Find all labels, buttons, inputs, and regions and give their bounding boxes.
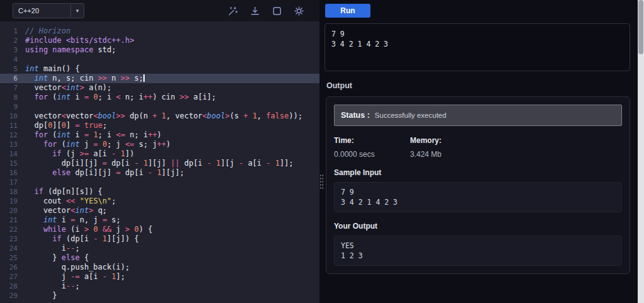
line-number: 14 — [0, 149, 25, 159]
line-number: 20 — [0, 206, 25, 215]
code-line[interactable]: 3using namespace std; — [0, 45, 319, 55]
line-number: 27 — [0, 272, 25, 282]
editor-pane: C++20 ▾ — [0, 0, 319, 303]
line-number: 12 — [0, 130, 25, 140]
settings-gear-icon[interactable] — [293, 5, 304, 16]
code-line[interactable]: 29 } — [0, 291, 319, 300]
run-button[interactable]: Run — [325, 4, 370, 18]
wand-icon[interactable] — [227, 5, 238, 16]
time-label: Time: — [334, 136, 410, 145]
code-line[interactable]: 1// Horizon — [0, 26, 319, 36]
result-card: Status : Successfully executed Time: 0.0… — [326, 96, 630, 274]
code-line[interactable]: 22 while (i > 0 && j > 0) { — [0, 225, 319, 234]
line-number: 6 — [0, 74, 25, 83]
code-line[interactable]: 20 vector<int> q; — [0, 206, 319, 215]
output-section-title: Output — [326, 81, 630, 90]
metrics-row: Time: 0.0000 secs Memory: 3.424 Mb — [334, 136, 622, 159]
code-line[interactable]: 5int main() { — [0, 64, 319, 74]
line-number: 1 — [0, 26, 25, 36]
your-output-box: YES 1 2 3 — [334, 236, 622, 266]
code-line[interactable]: 16 else dp[i][j] = dp[i - 1][j]; — [0, 168, 319, 178]
time-value: 0.0000 secs — [334, 150, 410, 159]
editor-toolbar: C++20 ▾ — [0, 0, 319, 21]
code-line[interactable]: 23 if (dp[i - 1][j]) { — [0, 234, 319, 244]
code-line[interactable]: 9 — [0, 102, 319, 111]
line-number: 22 — [0, 225, 25, 234]
sample-input-box: 7 9 3 4 2 1 4 2 3 — [334, 182, 622, 212]
line-number: 4 — [0, 55, 25, 64]
code-line[interactable]: 24 i--; — [0, 244, 319, 253]
your-output-label: Your Output — [334, 222, 622, 231]
language-selected-value: C++20 — [13, 7, 70, 14]
line-number: 15 — [0, 159, 25, 168]
code-line[interactable]: 17 — [0, 178, 319, 187]
language-dropdown[interactable]: C++20 ▾ — [13, 3, 84, 18]
code-line[interactable]: 18 if (dp[n][s]) { — [0, 187, 319, 197]
line-number: 26 — [0, 263, 25, 272]
status-label: Status : — [341, 111, 370, 120]
run-row: Run — [325, 0, 630, 23]
code-line[interactable]: 13 for (int j = 0; j <= s; j++) — [0, 140, 319, 149]
memory-metric: Memory: 3.424 Mb — [410, 136, 486, 159]
line-number: 5 — [0, 64, 25, 74]
time-metric: Time: 0.0000 secs — [334, 136, 410, 159]
drag-grip-icon — [319, 174, 324, 190]
code-line[interactable]: 25 } else { — [0, 253, 319, 263]
line-number: 28 — [0, 282, 25, 291]
code-line[interactable]: 6 int n, s; cin >> n >> s; — [0, 74, 319, 83]
line-number: 3 — [0, 45, 25, 55]
line-number: 18 — [0, 187, 25, 197]
code-line[interactable]: 21 int i = n, j = s; — [0, 215, 319, 225]
line-number: 10 — [0, 111, 25, 121]
status-value: Successfully executed — [375, 111, 447, 119]
code-line[interactable]: 4 — [0, 55, 319, 64]
code-line[interactable]: 10 vector<vector<bool>> dp(n + 1, vector… — [0, 111, 319, 121]
code-line[interactable]: 28 i--; — [0, 282, 319, 291]
line-number: 23 — [0, 234, 25, 244]
line-number: 24 — [0, 244, 25, 253]
line-number: 11 — [0, 121, 25, 130]
download-icon[interactable] — [249, 5, 260, 16]
line-number: 21 — [0, 215, 25, 225]
pane-resize-handle[interactable] — [319, 0, 323, 303]
line-number: 8 — [0, 93, 25, 102]
run-output-pane: Run Output Status : Successfully execute… — [323, 0, 644, 303]
toolbar-icon-group — [227, 5, 304, 16]
line-number: 2 — [0, 36, 25, 45]
line-number: 16 — [0, 168, 25, 178]
code-line[interactable]: 19 cout << "YES\n"; — [0, 197, 319, 206]
line-number: 29 — [0, 291, 25, 300]
text-cursor — [143, 74, 145, 82]
chevron-down-icon[interactable]: ▾ — [70, 4, 84, 17]
theme-icon[interactable] — [271, 5, 282, 16]
line-number: 7 — [0, 83, 25, 93]
line-number: 13 — [0, 140, 25, 149]
line-number: 9 — [0, 102, 25, 111]
scrollbar-thumb[interactable] — [638, 0, 643, 54]
code-line[interactable]: 2#include <bits/stdc++.h> — [0, 36, 319, 45]
page-scrollbar[interactable] — [638, 0, 644, 303]
memory-label: Memory: — [410, 136, 486, 145]
code-line[interactable]: 8 for (int i = 0; i < n; i++) cin >> a[i… — [0, 93, 319, 102]
code-line[interactable]: 27 j -= a[i - 1]; — [0, 272, 319, 282]
status-bar: Status : Successfully executed — [334, 105, 622, 126]
memory-value: 3.424 Mb — [410, 150, 486, 159]
code-line[interactable]: 14 if (j >= a[i - 1]) — [0, 149, 319, 159]
code-line[interactable]: 15 dp[i][j] = dp[i - 1][j] || dp[i - 1][… — [0, 159, 319, 168]
sample-input-label: Sample Input — [334, 168, 622, 177]
code-line[interactable]: 11 dp[0][0] = true; — [0, 121, 319, 130]
line-number: 17 — [0, 178, 25, 187]
code-area[interactable]: 1// Horizon2#include <bits/stdc++.h>3usi… — [0, 21, 319, 303]
line-number: 19 — [0, 197, 25, 206]
custom-input[interactable] — [325, 23, 630, 71]
code-line[interactable]: 26 q.push_back(i); — [0, 263, 319, 272]
code-line[interactable]: 12 for (int i = 1; i <= n; i++) — [0, 130, 319, 140]
ide-app: C++20 ▾ — [0, 0, 644, 303]
code-line[interactable]: 7 vector<int> a(n); — [0, 83, 319, 93]
line-number: 25 — [0, 253, 25, 263]
